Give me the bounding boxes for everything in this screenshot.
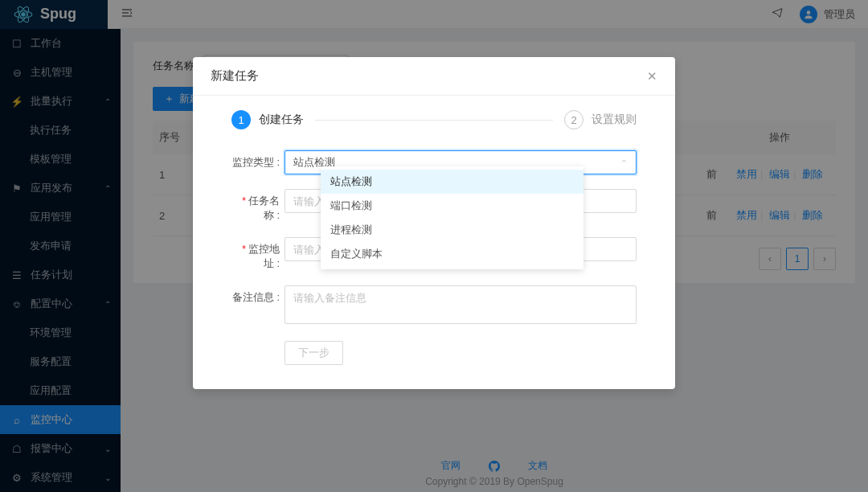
- modal-title: 新建任务: [211, 68, 259, 84]
- modal-steps: 1 创建任务 2 设置规则: [231, 110, 637, 129]
- dropdown-option[interactable]: 自定义脚本: [321, 242, 583, 266]
- step-number: 1: [231, 110, 251, 129]
- dropdown-option[interactable]: 端口检测: [321, 194, 583, 218]
- next-step-button[interactable]: 下一步: [285, 341, 343, 365]
- monitor-type-dropdown: 站点检测 端口检测 进程检测 自定义脚本: [321, 166, 583, 269]
- form-row-remark: 备注信息 :: [231, 285, 637, 326]
- dropdown-option[interactable]: 进程检测: [321, 218, 583, 242]
- chevron-down-icon: ⌄: [620, 158, 628, 168]
- monitor-type-label: 监控类型 :: [231, 150, 280, 170]
- step-2: 2 设置规则: [564, 110, 637, 129]
- dropdown-option[interactable]: 站点检测: [321, 170, 583, 194]
- step-number: 2: [564, 110, 583, 129]
- close-icon[interactable]: ✕: [647, 69, 657, 84]
- step-title: 创建任务: [259, 113, 304, 127]
- step-1: 1 创建任务: [231, 110, 304, 129]
- task-name-label: *任务名称 :: [231, 189, 280, 223]
- step-connector: [315, 120, 553, 121]
- step-title: 设置规则: [592, 113, 637, 127]
- remark-textarea[interactable]: [285, 285, 637, 324]
- monitor-addr-label: *监控地址 :: [231, 237, 280, 271]
- modal-header: 新建任务 ✕: [193, 57, 675, 96]
- remark-label: 备注信息 :: [231, 285, 280, 305]
